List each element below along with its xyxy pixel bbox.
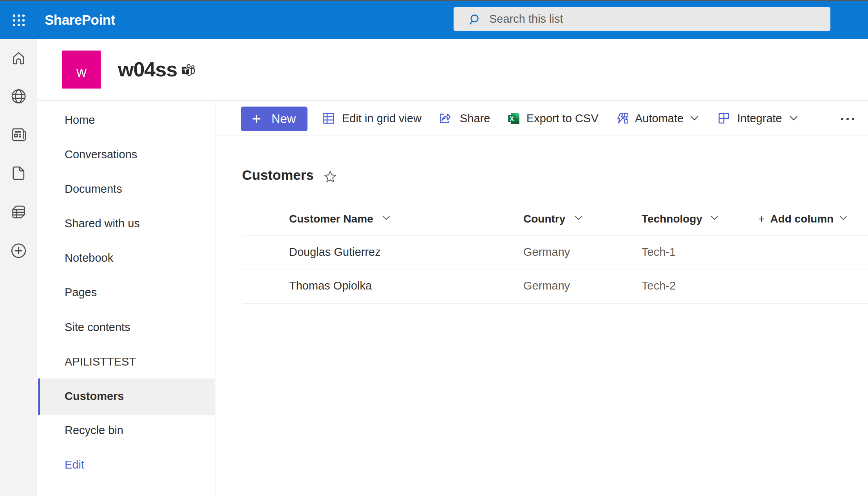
svg-text:X: X	[510, 116, 514, 122]
